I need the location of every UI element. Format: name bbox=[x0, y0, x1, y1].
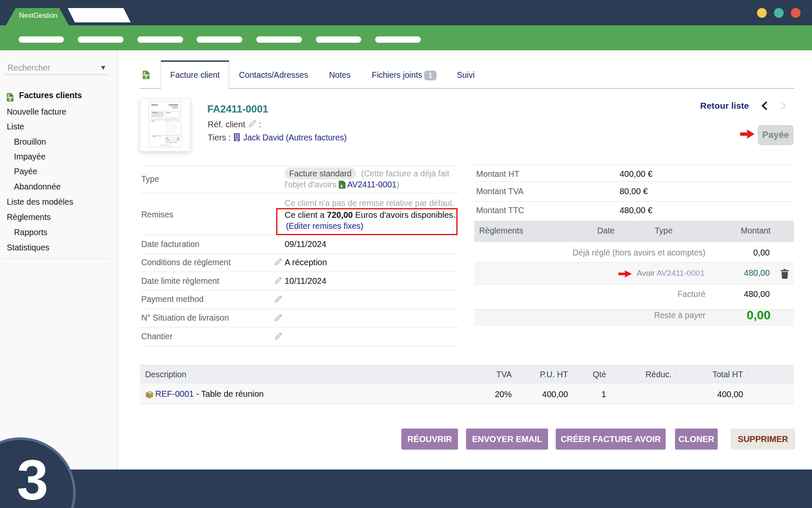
svg-text:x: x bbox=[340, 184, 343, 188]
svg-text:$: $ bbox=[145, 74, 148, 79]
svg-text:$: $ bbox=[9, 97, 11, 102]
